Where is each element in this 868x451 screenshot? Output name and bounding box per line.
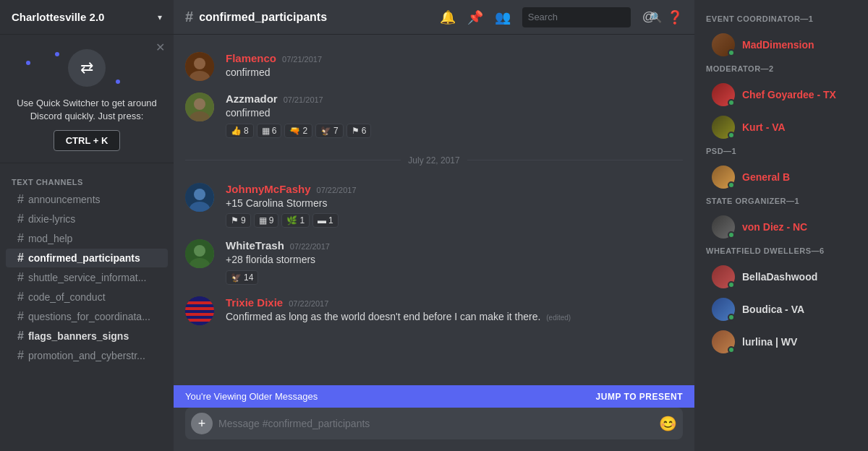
sidebar-item-dixie-lyrics[interactable]: #dixie-lyrics <box>6 210 168 228</box>
svg-point-1 <box>194 58 205 69</box>
reaction[interactable]: 👍8 <box>226 124 254 138</box>
message-text: confirmed <box>226 66 683 80</box>
hash-icon: # <box>17 232 24 245</box>
message-group: Azzmador 07/21/2017 confirmed 👍8 ▦6 🔫2 🦅… <box>174 87 694 144</box>
sidebar-item-code_of_conduct[interactable]: #code_of_conduct <box>6 288 168 306</box>
at-icon[interactable]: @ <box>642 9 655 25</box>
svg-rect-14 <box>185 301 214 304</box>
members-section-label: PSD—1 <box>694 144 868 158</box>
status-dot <box>728 181 735 189</box>
message-content: Trixie Dixie 07/22/2017 Confirmed as lon… <box>226 296 683 325</box>
message-timestamp: 07/22/2017 <box>290 242 330 251</box>
message-group: WhiteTrash 07/22/2017 +28 florida storme… <box>174 233 694 291</box>
status-dot <box>728 132 735 139</box>
quick-switcher-tooltip: ✕ ⇄ Use Quick Switcher to get around Dis… <box>0 35 174 163</box>
member-name: lurlina | WV <box>742 336 797 348</box>
member-item[interactable]: Kurt - VA <box>700 111 862 143</box>
right-panel: EVENT COORDINATOR—1 MadDimension MODERAT… <box>694 0 868 451</box>
member-item[interactable]: BellaDashwood <box>700 261 862 293</box>
search-box[interactable]: 🔍 <box>522 7 631 27</box>
member-item[interactable]: lurlina | WV <box>700 326 862 358</box>
status-dot <box>728 346 735 353</box>
reaction[interactable]: 🦅7 <box>315 124 344 138</box>
members-panel: EVENT COORDINATOR—1 MadDimension MODERAT… <box>694 12 868 358</box>
message-content: Azzmador 07/21/2017 confirmed 👍8 ▦6 🔫2 🦅… <box>226 93 683 138</box>
main-content: # confirmed_participants 🔔 📌 👥 🔍 @ ❓ <box>174 0 694 451</box>
sidebar: Charlottesville 2.0 ▾ ✕ ⇄ Use Quick Swit… <box>0 0 174 451</box>
reaction[interactable]: 🔫2 <box>284 124 312 138</box>
server-header[interactable]: Charlottesville 2.0 ▾ <box>0 0 174 35</box>
message-input[interactable] <box>218 418 653 429</box>
status-dot <box>728 314 735 321</box>
channel-title: confirmed_participants <box>199 11 327 24</box>
qs-dot-2 <box>26 61 30 65</box>
member-item[interactable]: Chef Goyardee - TX <box>700 79 862 111</box>
server-name: Charlottesville 2.0 <box>12 11 104 23</box>
svg-rect-15 <box>185 307 214 310</box>
qs-shortcut[interactable]: CTRL + K <box>54 130 121 151</box>
avatar <box>712 83 735 106</box>
edited-tag: (edited) <box>546 314 571 322</box>
message-author: Azzmador <box>226 93 278 105</box>
member-name: General B <box>742 171 790 183</box>
search-input[interactable] <box>528 12 650 22</box>
reaction[interactable]: 🌿1 <box>281 213 310 228</box>
message-group: JohnnyMcFashy 07/22/2017 +15 Carolina St… <box>174 177 694 234</box>
header-icons: 🔔 📌 👥 🔍 @ ❓ <box>440 7 683 27</box>
main-header: # confirmed_participants 🔔 📌 👥 🔍 @ ❓ <box>174 0 694 35</box>
avatar <box>185 296 214 325</box>
sidebar-item-shuttle_service_informat[interactable]: #shuttle_service_informat... <box>6 268 168 287</box>
channel-name: code_of_conduct <box>28 291 106 303</box>
message-header: Azzmador 07/21/2017 <box>226 93 683 105</box>
sidebar-item-confirmed_participants[interactable]: #confirmed_participants <box>6 249 168 267</box>
reaction[interactable]: ▦9 <box>254 213 279 228</box>
message-text: +28 florida stormers <box>226 253 683 267</box>
status-dot <box>728 231 735 239</box>
sidebar-item-promotion_and_cyberstr[interactable]: #promotion_and_cyberstr... <box>6 346 168 365</box>
jump-to-present-button[interactable]: JUMP TO PRESENT <box>596 392 683 402</box>
message-author: Flamenco <box>226 52 276 64</box>
member-item[interactable]: Boudica - VA <box>700 293 862 325</box>
date-divider: July 22, 2017 <box>174 144 694 177</box>
message-text: Confirmed as long as the world doesn't e… <box>226 310 683 325</box>
members-section-label: EVENT COORDINATOR—1 <box>694 12 868 26</box>
bell-icon[interactable]: 🔔 <box>440 9 456 25</box>
member-name: BellaDashwood <box>742 271 817 283</box>
channel-name: confirmed_participants <box>28 252 140 264</box>
message-header: Flamenco 07/21/2017 <box>226 52 683 64</box>
message-content: Flamenco 07/21/2017 confirmed <box>226 52 683 81</box>
reaction[interactable]: ⚑9 <box>226 213 251 228</box>
sidebar-item-announcements[interactable]: #announcements <box>6 190 168 209</box>
channel-name: dixie-lyrics <box>28 213 75 225</box>
reaction[interactable]: ▬1 <box>312 213 339 228</box>
message-input-container: + 😊 <box>174 408 694 451</box>
member-name: Chef Goyardee - TX <box>742 89 836 100</box>
hash-icon: # <box>17 271 24 284</box>
channel-name: questions_for_coordinata... <box>28 311 150 322</box>
qs-icon-container: ⇄ <box>12 46 162 90</box>
reactions: 🦅14 <box>226 270 683 285</box>
channel-hash-icon: # <box>185 9 193 25</box>
qs-dot-1 <box>55 52 59 56</box>
reaction[interactable]: 🦅14 <box>226 270 258 285</box>
message-input-wrapper: + 😊 <box>185 408 683 439</box>
add-attachment-button[interactable]: + <box>191 413 213 434</box>
status-dot <box>728 99 735 106</box>
avatar <box>185 93 214 121</box>
svg-point-7 <box>194 189 205 200</box>
members-icon[interactable]: 👥 <box>495 9 511 25</box>
channel-name: mod_help <box>28 233 73 244</box>
reactions: 👍8 ▦6 🔫2 🦅7 ⚑6 <box>226 124 683 138</box>
reaction[interactable]: ⚑6 <box>346 124 372 138</box>
help-icon[interactable]: ❓ <box>667 9 683 25</box>
emoji-button[interactable]: 😊 <box>659 415 677 432</box>
member-item[interactable]: von Diez - NC <box>700 211 862 243</box>
pin-icon[interactable]: 📌 <box>467 9 483 25</box>
member-item[interactable]: General B <box>700 161 862 193</box>
sidebar-item-questions_for_coordinata[interactable]: #questions_for_coordinata... <box>6 307 168 326</box>
sidebar-item-flags_banners_signs[interactable]: #flags_banners_signs <box>6 327 168 345</box>
sidebar-item-mod_help[interactable]: #mod_help <box>6 229 168 248</box>
member-item[interactable]: MadDimension <box>700 29 862 61</box>
reaction[interactable]: ▦6 <box>257 124 282 138</box>
message-text: confirmed <box>226 106 683 121</box>
